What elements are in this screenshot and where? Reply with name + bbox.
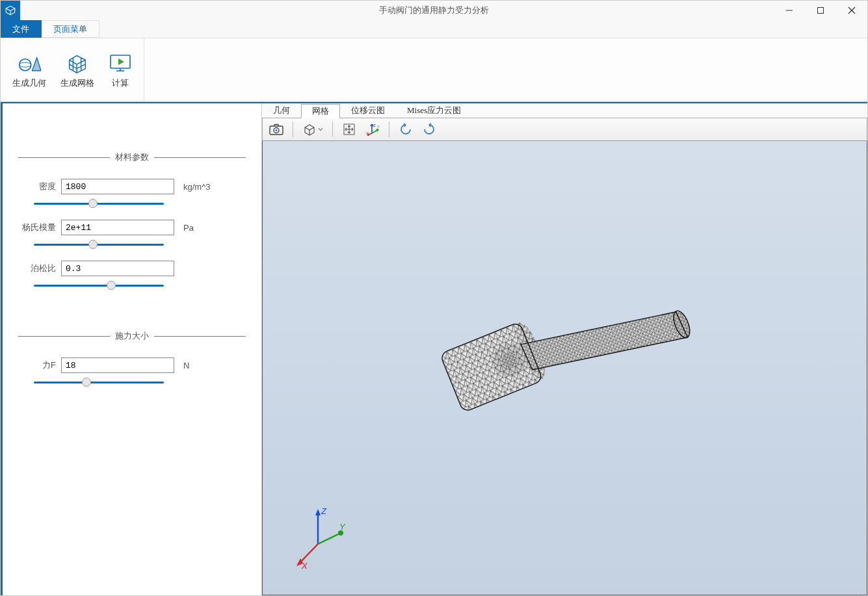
main-area: 几何 网格 位移云图 Mises应力云图 ZYX [262,103,867,595]
snapshot-button[interactable] [267,120,286,138]
ribbon-gen-mesh[interactable]: 生成网格 [58,49,97,92]
window-controls [774,1,867,20]
axes-icon: ZYX [365,123,380,136]
ribbon-gen-mesh-label: 生成网格 [60,77,94,89]
app-window: 手动阀门的通用静力受力分析 文件 页面菜单 生成几何 生成网格 [0,0,868,596]
viewtab-geometry[interactable]: 几何 [262,103,301,118]
viewtab-mesh[interactable]: 网格 [301,104,340,118]
youngs-slider[interactable] [34,244,164,246]
youngs-row: 杨氏模量 Pa [18,220,246,235]
youngs-input[interactable] [61,220,174,235]
density-input[interactable] [61,179,174,194]
viewport-3d[interactable]: Z Y X [262,141,867,595]
svg-point-4 [20,58,31,70]
app-icon [1,1,20,20]
poisson-input[interactable] [61,261,174,276]
svg-marker-32 [315,509,321,515]
menu-tab-page[interactable]: 页面菜单 [42,20,99,38]
youngs-unit: Pa [183,223,222,233]
svg-text:Z: Z [373,123,376,127]
window-title: 手动阀门的通用静力受力分析 [379,5,489,16]
sidebar: 材料参数 密度 kg/m^3 杨氏模量 Pa 泊松比 [1,103,262,595]
view-tabs: 几何 网格 位移云图 Mises应力云图 [262,103,867,118]
forceF-input[interactable] [61,357,174,373]
poisson-row: 泊松比 [18,261,246,276]
ribbon-bar: 生成几何 生成网格 计算 [1,38,867,102]
density-label: 密度 [18,181,56,192]
ribbon-compute[interactable]: 计算 [106,49,135,92]
minimize-button[interactable] [774,1,805,20]
pan-button[interactable] [339,120,359,138]
forceF-unit: N [183,361,222,370]
density-unit: kg/m^3 [183,182,222,192]
svg-point-11 [275,129,277,131]
viewport-toolbar: ZYX [262,118,867,141]
menu-tab-file[interactable]: 文件 [1,20,42,38]
chevron-down-icon [318,127,323,131]
rotate-ccw-button[interactable] [396,120,415,138]
poisson-slider[interactable] [34,285,164,287]
title-bar: 手动阀门的通用静力受力分析 [1,1,867,20]
force-section-title: 施力大小 [18,330,246,342]
pan-arrows-icon [343,123,356,136]
forceF-label: 力F [18,359,56,371]
ribbon-group: 生成几何 生成网格 计算 [10,38,144,101]
forceF-row: 力F N [18,357,246,373]
ribbon-gen-geometry-label: 生成几何 [12,77,46,89]
play-monitor-icon [109,51,132,75]
cube-icon [302,123,317,136]
camera-icon [269,123,283,135]
density-row: 密度 kg/m^3 [18,179,246,194]
axes-button[interactable]: ZYX [363,120,382,138]
cube-mesh-icon [66,51,89,75]
svg-text:X: X [301,561,308,570]
viewtab-mises[interactable]: Mises应力云图 [396,103,472,118]
rotate-ccw-icon [399,123,413,136]
svg-text:X: X [366,131,369,135]
axis-triad: Z Y X [289,505,347,570]
maximize-button[interactable] [805,1,836,20]
rotate-cw-button[interactable] [419,120,439,138]
view-preset-button[interactable] [300,120,326,138]
forceF-slider[interactable] [34,382,164,383]
material-section-title: 材料参数 [18,151,246,163]
rotate-cw-icon [422,123,436,136]
ribbon-gen-geometry[interactable]: 生成几何 [10,49,49,92]
mesh-model [412,235,717,464]
menu-tabs: 文件 页面菜单 [1,20,867,38]
svg-rect-1 [818,8,824,14]
svg-text:Z: Z [321,506,327,516]
viewtab-displacement[interactable]: 位移云图 [340,103,396,118]
svg-point-5 [20,62,31,67]
close-button[interactable] [836,1,867,20]
ribbon-compute-label: 计算 [112,77,129,89]
poisson-label: 泊松比 [18,263,56,274]
body-area: 材料参数 密度 kg/m^3 杨氏模量 Pa 泊松比 [1,102,867,595]
svg-text:Y: Y [377,125,380,129]
svg-text:Y: Y [339,522,346,532]
youngs-label: 杨氏模量 [18,222,56,233]
sphere-cone-icon [18,51,41,75]
svg-line-33 [318,534,339,544]
density-slider[interactable] [34,203,164,205]
